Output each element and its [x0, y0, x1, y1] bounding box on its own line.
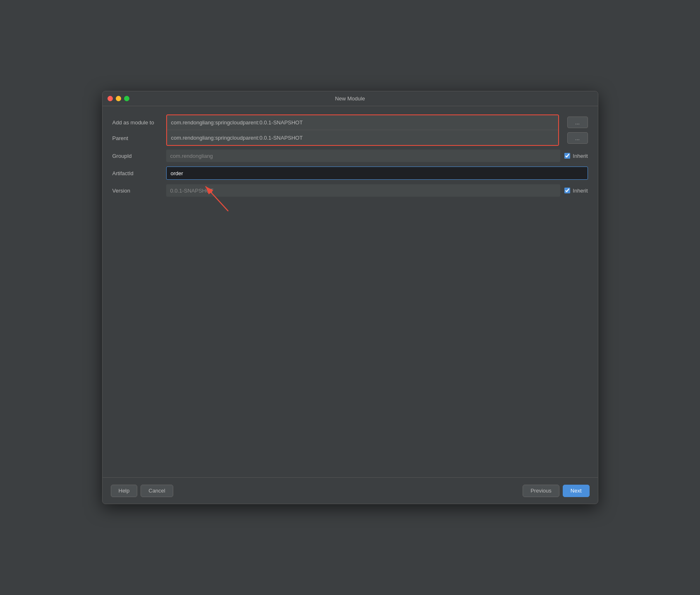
footer-right-buttons: Previous Next [523, 485, 589, 497]
parent-browse-button[interactable]: ... [567, 132, 588, 144]
previous-button[interactable]: Previous [523, 485, 559, 497]
version-row: Version 0.0.1-SNAPSHOT Inherit [112, 183, 588, 198]
minimize-button[interactable] [116, 96, 121, 101]
title-bar: New Module [103, 91, 598, 106]
add-module-label: Add as module to [112, 115, 166, 130]
groupid-label: GroupId [112, 153, 166, 159]
version-inherit-checkbox[interactable] [564, 188, 570, 193]
add-module-browse-button[interactable]: ... [567, 117, 588, 128]
groupid-inherit-wrapper: Inherit [564, 153, 588, 159]
close-button[interactable] [108, 96, 113, 101]
new-module-dialog: New Module Add as module to Parent com.r… [102, 91, 598, 504]
parent-label: Parent [112, 131, 166, 145]
artifactid-input[interactable] [166, 167, 588, 180]
dialog-content: Add as module to Parent com.rendongliang… [103, 106, 598, 477]
artifactid-label: ArtifactId [112, 170, 166, 176]
dialog-title: New Module [335, 95, 365, 102]
groupid-content: com.rendongliang [166, 150, 561, 162]
version-inherit-wrapper: Inherit [564, 188, 588, 194]
groupid-row: GroupId com.rendongliang Inherit [112, 148, 588, 163]
add-module-value: com.rendongliang:springcloudparent:0.0.1… [171, 119, 303, 126]
groupid-value: com.rendongliang [170, 153, 213, 159]
dialog-footer: Help Cancel Previous Next [103, 477, 598, 504]
groupid-inherit-checkbox[interactable] [564, 153, 570, 159]
next-button[interactable]: Next [563, 485, 590, 497]
version-label: Version [112, 188, 166, 194]
version-content: 0.0.1-SNAPSHOT [166, 184, 561, 197]
artifactid-row: ArtifactId [112, 166, 588, 181]
artifactid-content [166, 167, 588, 180]
groupid-inherit-label: Inherit [573, 153, 588, 159]
cancel-button[interactable]: Cancel [141, 485, 173, 497]
help-button[interactable]: Help [111, 485, 138, 497]
version-value: 0.0.1-SNAPSHOT [170, 188, 214, 194]
parent-value: com.rendongliang:springcloudparent:0.0.1… [171, 135, 303, 141]
footer-left-buttons: Help Cancel [111, 485, 173, 497]
maximize-button[interactable] [124, 96, 129, 101]
window-controls [108, 96, 129, 101]
form-section: Add as module to Parent com.rendongliang… [112, 114, 588, 200]
version-inherit-label: Inherit [573, 188, 588, 194]
